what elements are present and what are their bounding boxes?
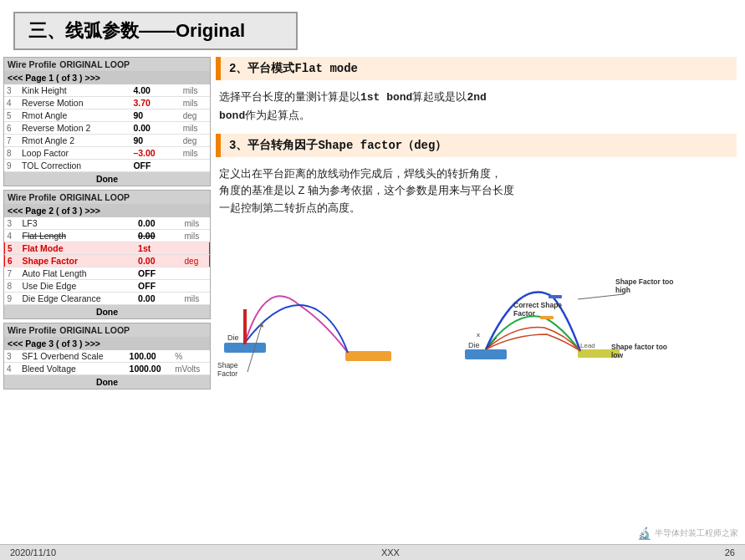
desc-shape-factor: 定义出在平台距离的放线动作完成后，焊线头的转折角度，角度的基准是以 Z 轴为参考…: [216, 162, 737, 221]
section-shape-factor: 3、平台转角因子Shape factor（deg）: [216, 134, 737, 157]
wire-profile-block-3: Wire Profile ORIGINAL LOOP <<< Page 3 ( …: [3, 323, 211, 389]
wire-profile-value-2: ORIGINAL LOOP: [59, 192, 130, 202]
svg-text:Die: Die: [227, 333, 239, 342]
done-button-3[interactable]: Done: [4, 375, 210, 389]
watermark-icon: 🔬: [637, 527, 651, 540]
table-row: 3 Kink Height 4.00 mils: [4, 84, 210, 97]
svg-rect-2: [345, 351, 391, 361]
table-row: 4 Reverse Motion 3.70 mils: [4, 97, 210, 109]
footer: 2020/11/10 XXX 26: [0, 544, 745, 560]
page-title: 三、线弧参数——Original: [13, 12, 298, 50]
footer-page: 26: [725, 547, 735, 557]
table-row-shape-factor: 6 Shape Factor 0.00 deg: [5, 255, 210, 267]
svg-text:low: low: [611, 351, 624, 359]
wire-profile-block-1: Wire Profile ORIGINAL LOOP <<< Page 1 ( …: [3, 57, 211, 186]
table-row: 5 Rmot Angle 90 deg: [4, 109, 210, 122]
wire-profile-label-2: Wire Profile: [8, 192, 56, 202]
table-row: 4 Bleed Voltage 1000.00 mVolts: [4, 363, 210, 375]
wire-profile-label-1: Wire Profile: [8, 59, 56, 69]
svg-text:Factor: Factor: [217, 369, 237, 378]
table-row: 7 Auto Flat Length OFF: [5, 267, 210, 280]
svg-rect-7: [465, 349, 507, 359]
footer-center: XXX: [381, 547, 400, 557]
svg-text:Factor: Factor: [513, 309, 536, 318]
svg-text:Lead: Lead: [580, 342, 595, 349]
wire-profile-header-1: Wire Profile ORIGINAL LOOP: [4, 58, 210, 71]
page-nav-2[interactable]: <<< Page 2 ( of 3 ) >>>: [4, 204, 210, 217]
table-row-flat-mode: 5 Flat Mode 1st: [5, 242, 210, 255]
table-row: 7 Rmot Angle 2 90 deg: [4, 135, 210, 147]
table-row-flat-length: 4 Flat Length 0.00 mils: [5, 230, 210, 242]
wire-profile-block-2: Wire Profile ORIGINAL LOOP <<< Page 2 ( …: [3, 190, 211, 319]
diagram-area: Die Shape Factor: [216, 226, 737, 560]
svg-rect-18: [540, 316, 554, 319]
desc-flat-mode: 选择平台长度的量测计算是以1st bond算起或是以2ndbond作为起算点。: [216, 85, 737, 129]
svg-rect-19: [549, 295, 562, 298]
wire-profile-label-3: Wire Profile: [8, 325, 56, 335]
watermark: 🔬 半导体封装工程师之家: [637, 527, 738, 540]
table-row: 3 SF1 Overbend Scale 100.00 %: [4, 350, 210, 363]
table-row: 3 LF3 0.00 mils: [5, 217, 210, 230]
wire-profile-value-1: ORIGINAL LOOP: [59, 59, 130, 69]
diagram-right-svg: Die Lead Correct Shape Factor Shape Fact…: [457, 226, 716, 380]
watermark-text: 半导体封装工程师之家: [655, 527, 738, 539]
page-nav-label-3: <<< Page 3 ( of 3 ) >>>: [8, 339, 100, 349]
diagram-left: Die Shape Factor: [216, 226, 450, 383]
diagram-right: Die Lead Correct Shape Factor Shape Fact…: [457, 226, 737, 383]
table-row: 9 Die Edge Clearance 0.00 mils: [5, 293, 210, 305]
done-button-1[interactable]: Done: [4, 172, 210, 186]
table-row: 8 Use Die Edge OFF: [5, 280, 210, 293]
page-nav-3[interactable]: <<< Page 3 ( of 3 ) >>>: [4, 337, 210, 350]
svg-text:Shape: Shape: [217, 361, 238, 369]
svg-text:Die: Die: [468, 341, 480, 349]
wire-profile-value-3: ORIGINAL LOOP: [59, 325, 130, 335]
footer-date: 2020/11/10: [10, 547, 56, 557]
svg-line-15: [578, 294, 624, 299]
diagram-left-svg: Die Shape Factor: [216, 226, 400, 380]
table-row: 8 Loop Factor –3.00 mils: [4, 147, 210, 160]
page-nav-1[interactable]: <<< Page 1 ( of 3 ) >>>: [4, 71, 210, 84]
param-table-2: 3 LF3 0.00 mils 4 Flat Length 0.00 mils …: [4, 217, 210, 305]
svg-text:Shape factor too: Shape factor too: [611, 343, 667, 351]
table-row: 6 Reverse Motion 2 0.00 mils: [4, 122, 210, 135]
svg-text:high: high: [615, 286, 630, 294]
param-table-1: 3 Kink Height 4.00 mils 4 Reverse Motion…: [4, 84, 210, 172]
svg-text:Shape Factor too: Shape Factor too: [615, 277, 673, 286]
svg-text:Correct Shape: Correct Shape: [513, 301, 562, 309]
wire-profile-header-2: Wire Profile ORIGINAL LOOP: [4, 191, 210, 204]
right-panel: 2、平台模式Flat mode 选择平台长度的量测计算是以1st bond算起或…: [211, 57, 742, 560]
param-table-3: 3 SF1 Overbend Scale 100.00 % 4 Bleed Vo…: [4, 350, 210, 375]
wire-profile-header-3: Wire Profile ORIGINAL LOOP: [4, 323, 210, 337]
done-button-2[interactable]: Done: [4, 305, 210, 318]
page-nav-label-2: <<< Page 2 ( of 3 ) >>>: [8, 206, 100, 216]
table-row: 9 TOL Correction OFF: [4, 160, 210, 172]
svg-rect-3: [243, 309, 247, 344]
svg-text:x: x: [477, 331, 480, 339]
section-flat-mode: 2、平台模式Flat mode: [216, 57, 737, 80]
page-nav-label-1: <<< Page 1 ( of 3 ) >>>: [8, 73, 100, 83]
left-panel: Wire Profile ORIGINAL LOOP <<< Page 1 ( …: [3, 57, 211, 560]
